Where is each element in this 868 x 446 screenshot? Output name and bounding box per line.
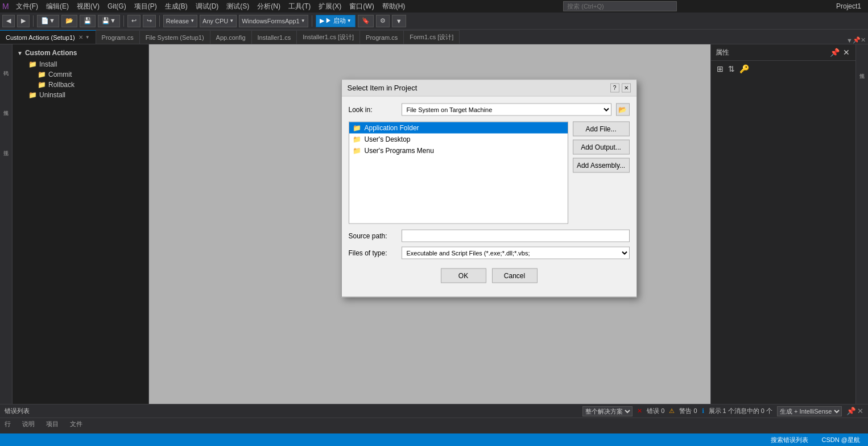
menu-debug[interactable]: 调试(D) <box>192 1 222 13</box>
settings-button[interactable]: ⚙ <box>376 15 390 27</box>
menu-file[interactable]: 文件(F) <box>13 1 42 13</box>
list-item-app-folder[interactable]: 📁 Application Folder <box>349 122 568 133</box>
tab-dropdown-icon[interactable]: ▼ <box>85 35 90 40</box>
property-pages-icon[interactable]: 🔑 <box>738 63 750 75</box>
tree-root-label: Custom Actions <box>25 49 77 57</box>
search-errors-label[interactable]: 搜索错误列表 <box>767 436 812 444</box>
save-button[interactable]: 💾 <box>80 15 96 27</box>
tab-app-config[interactable]: App.config <box>210 30 252 44</box>
list-item-desktop[interactable]: 📁 User's Desktop <box>349 133 568 144</box>
files-of-type-dropdown[interactable]: Executable and Script Files (*.exe;*.dll… <box>402 246 630 259</box>
tab-close-all-button[interactable]: ✕ <box>861 36 866 44</box>
tab-installer1-cs[interactable]: Installer1.cs <box>252 30 297 44</box>
project-dropdown[interactable]: WindowsFormsApp1 ▼ <box>239 15 308 27</box>
right-panel: 属性 📌 ✕ ⊞ ⇅ 🔑 <box>710 44 855 404</box>
dialog-titlebar: Select Item in Project ? ✕ <box>342 80 636 96</box>
back-button[interactable]: ◀ <box>2 15 15 27</box>
left-panel: ▼ Custom Actions 📁 Install 📁 Commit 📁 Ro… <box>13 44 149 404</box>
look-in-row: Look in: File System on Target Machine 📂 <box>349 103 630 115</box>
tab-installer1-designer[interactable]: Installer1.cs [设计] <box>297 30 360 44</box>
sort-icon[interactable]: ⇅ <box>727 63 736 75</box>
side-tab-properties[interactable]: 属性 <box>1 86 11 126</box>
add-assembly-button[interactable]: Add Assembly... <box>573 158 630 172</box>
look-in-nav-button[interactable]: 📂 <box>616 103 630 115</box>
tab-custom-actions[interactable]: Custom Actions (Setup1) ✕ ▼ <box>0 30 96 44</box>
tab-file-system[interactable]: File System (Setup1) <box>140 30 210 44</box>
menu-analyze[interactable]: 分析(N) <box>254 1 284 13</box>
tab-installer1-designer-label: Installer1.cs [设计] <box>303 33 354 42</box>
forward-button[interactable]: ▶ <box>17 15 30 27</box>
warn-count-badge[interactable]: 警告 0 <box>679 407 697 415</box>
csdn-label[interactable]: CSDN @星航 <box>819 436 863 444</box>
files-of-type-label: Files of type: <box>349 249 397 257</box>
list-item-programs-menu-label: User's Programs Menu <box>365 146 434 154</box>
list-item-app-folder-label: Application Folder <box>365 123 419 131</box>
save-all-button[interactable]: 💾▼ <box>98 15 120 27</box>
tree-item-uninstall[interactable]: 📁 Uninstall <box>13 90 148 100</box>
tree-item-install[interactable]: 📁 Install <box>13 59 148 69</box>
menu-help[interactable]: 帮助(H) <box>379 1 409 13</box>
source-path-input[interactable] <box>402 229 630 242</box>
tab-form1-designer[interactable]: Form1.cs [设计] <box>404 30 460 44</box>
list-item-desktop-label: User's Desktop <box>365 135 411 143</box>
tab-pin-button[interactable]: 📌 <box>853 36 861 44</box>
redo-button[interactable]: ↪ <box>143 15 156 27</box>
run-button[interactable]: ▶ ▶ 启动 ▼ <box>316 15 356 27</box>
menu-build[interactable]: 生成(B) <box>162 1 191 13</box>
content-area: Select Item in Project ? ✕ Look in: File… <box>149 44 710 404</box>
error-list-label: 错误列表 <box>5 407 30 415</box>
bottom-close-button[interactable]: ✕ <box>857 407 863 415</box>
undo-button[interactable]: ↩ <box>127 15 140 27</box>
separator-3 <box>159 15 160 27</box>
side-tab-watch[interactable]: 注视 <box>1 126 11 166</box>
bottom-pin-button[interactable]: 📌 <box>846 407 856 415</box>
menu-tools[interactable]: 工具(T) <box>285 1 314 13</box>
extra-button[interactable]: ▼ <box>392 15 406 27</box>
dialog-close-button[interactable]: ✕ <box>622 83 631 92</box>
tab-installer1-cs-label: Installer1.cs <box>258 34 291 41</box>
platform-dropdown[interactable]: Any CPU ▼ <box>200 15 237 27</box>
menu-edit[interactable]: 编辑(E) <box>43 1 72 13</box>
right-side-tab-1[interactable]: 属性 <box>857 47 867 92</box>
menu-git[interactable]: Git(G) <box>104 1 130 11</box>
bookmark-button[interactable]: 🔖 <box>358 15 374 27</box>
tab-program-cs[interactable]: Program.cs <box>96 30 140 44</box>
solution-dropdown[interactable]: 整个解决方案 <box>582 406 633 416</box>
menu-extensions[interactable]: 扩展(X) <box>315 1 345 13</box>
config-dropdown[interactable]: Release ▼ <box>163 15 197 27</box>
menu-window[interactable]: 窗口(W) <box>346 1 377 13</box>
tree-item-rollback-label: Rollback <box>48 81 75 89</box>
menu-view[interactable]: 视图(V) <box>73 1 103 13</box>
separator-2 <box>123 15 124 27</box>
menu-project[interactable]: 项目(P) <box>131 1 160 13</box>
properties-title: 属性 <box>716 48 729 57</box>
grid-view-icon[interactable]: ⊞ <box>716 63 725 75</box>
tree-item-rollback[interactable]: 📁 Rollback <box>13 80 148 90</box>
tree-item-commit[interactable]: 📁 Commit <box>13 69 148 80</box>
info-count-badge[interactable]: 展示 1 个消息中的 0 个 <box>709 407 772 415</box>
side-tab-code[interactable]: 代码 <box>1 47 11 86</box>
dialog-ok-button[interactable]: OK <box>441 268 486 283</box>
tab-overflow-button[interactable]: ▼ <box>846 37 853 44</box>
look-in-dropdown[interactable]: File System on Target Machine <box>402 103 611 115</box>
build-dropdown[interactable]: 生成 + IntelliSense <box>777 406 842 416</box>
tab-custom-actions-close-icon[interactable]: ✕ <box>78 34 83 40</box>
file-listbox[interactable]: 📁 Application Folder 📁 User's Desktop 📁 … <box>349 121 568 224</box>
global-search-input[interactable] <box>563 1 677 11</box>
error-count-badge[interactable]: 错误 0 <box>647 407 664 415</box>
right-close-button[interactable]: ✕ <box>842 47 851 58</box>
new-file-button[interactable]: 📄▼ <box>37 15 59 27</box>
add-file-button[interactable]: Add File... <box>573 121 630 136</box>
dialog-cancel-button[interactable]: Cancel <box>492 268 538 283</box>
properties-toolbar: ⊞ ⇅ 🔑 <box>711 61 855 77</box>
list-item-programs-menu[interactable]: 📁 User's Programs Menu <box>349 144 568 156</box>
menu-test[interactable]: 测试(S) <box>223 1 253 13</box>
right-pin-button[interactable]: 📌 <box>829 47 841 58</box>
add-output-button[interactable]: Add Output... <box>573 139 630 154</box>
right-sidetabs: 属性 <box>855 44 868 404</box>
look-in-label: Look in: <box>349 105 397 113</box>
platform-label: Any CPU <box>202 18 228 24</box>
tab-program-cs-2[interactable]: Program.cs <box>360 30 404 44</box>
open-button[interactable]: 📂 <box>61 15 77 27</box>
dialog-help-button[interactable]: ? <box>610 83 619 92</box>
